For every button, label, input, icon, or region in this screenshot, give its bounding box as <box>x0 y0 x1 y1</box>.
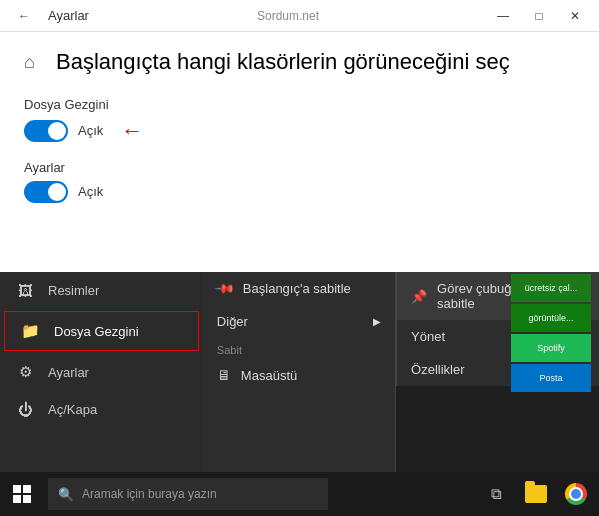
taskbar: 🔍 Aramak için buraya yazın ⧉ <box>0 472 599 516</box>
home-icon[interactable]: ⌂ <box>24 52 44 73</box>
ctx-masaustu[interactable]: 🖥 Masaüstü <box>203 358 395 392</box>
folder-nav-icon: 📁 <box>21 322 40 340</box>
pin-icon: 📌 <box>214 278 236 300</box>
chrome-button[interactable] <box>557 472 595 516</box>
nav-item-resimler[interactable]: 🖼 Resimler <box>0 272 203 309</box>
nav-label-dosya: Dosya Gezgini <box>54 324 139 339</box>
nav-label-ayarlar: Ayarlar <box>48 365 89 380</box>
back-button[interactable]: ← <box>8 2 40 30</box>
toggle1-state: Açık <box>78 123 103 138</box>
ctx-pin-start-label: Başlangıç'a sabitle <box>243 281 351 296</box>
toggle1-switch[interactable] <box>24 120 68 142</box>
start-menu: 🖼 Resimler 📁 Dosya Gezgini ⚙ Ayarlar ⏻ A… <box>0 272 599 472</box>
chrome-icon <box>565 483 587 505</box>
file-explorer-button[interactable] <box>517 472 555 516</box>
ctx-diger[interactable]: Diğer ▶ <box>203 305 395 338</box>
ctx-sabit-label: Sabit <box>203 338 395 358</box>
tiles-area: ücretsiz çal... görüntüle... Spotify Pos… <box>509 272 599 472</box>
toggle2-label: Ayarlar <box>24 160 575 175</box>
window-title: Ayarlar <box>48 8 89 23</box>
pictures-icon: 🖼 <box>16 282 34 299</box>
tile-goruntule[interactable]: görüntüle... <box>511 304 591 332</box>
nav-label-resimler: Resimler <box>48 283 99 298</box>
desktop-icon: 🖥 <box>217 367 231 383</box>
task-view-icon: ⧉ <box>491 485 502 503</box>
folder-taskbar-icon <box>525 485 547 503</box>
red-arrow-indicator: ← <box>121 118 143 144</box>
watermark: Sordum.net <box>89 9 487 23</box>
context-menu: 📌 Başlangıç'a sabitle Diğer ▶ Sabit 🖥 Ma… <box>203 272 396 472</box>
settings-nav-icon: ⚙ <box>16 363 34 381</box>
toggle2-row: Açık <box>24 181 575 203</box>
page-title: Başlangıçta hangi klasörlerin görüneceği… <box>56 48 575 77</box>
nav-item-dosya[interactable]: 📁 Dosya Gezgini <box>4 311 199 351</box>
chevron-right-icon: ▶ <box>373 316 381 327</box>
taskbar-icons: ⧉ <box>477 472 599 516</box>
windows-logo-icon <box>13 485 31 503</box>
power-nav-icon: ⏻ <box>16 401 34 418</box>
nav-item-ayarlar[interactable]: ⚙ Ayarlar <box>0 353 203 391</box>
tile-ucretsiz[interactable]: ücretsiz çal... <box>511 274 591 302</box>
window-controls: — □ ✕ <box>487 2 591 30</box>
ctx-pin-start[interactable]: 📌 Başlangıç'a sabitle <box>203 272 395 305</box>
nav-item-ac-kapa[interactable]: ⏻ Aç/Kapa <box>0 391 203 428</box>
search-placeholder-text: Aramak için buraya yazın <box>82 487 217 501</box>
ctx-masaustu-label: Masaüstü <box>241 368 297 383</box>
toggle1-label: Dosya Gezgini <box>24 97 575 112</box>
ctx-diger-label: Diğer <box>217 314 248 329</box>
maximize-button[interactable]: □ <box>523 2 555 30</box>
nav-label-ac-kapa: Aç/Kapa <box>48 402 97 417</box>
start-button[interactable] <box>0 472 44 516</box>
sub-ctx-ozellikler-label: Özellikler <box>411 362 464 377</box>
taskbar-pin-icon: 📌 <box>411 289 427 304</box>
sub-ctx-yonet-label: Yönet <box>411 329 445 344</box>
taskbar-search-box[interactable]: 🔍 Aramak için buraya yazın <box>48 478 328 510</box>
task-view-button[interactable]: ⧉ <box>477 472 515 516</box>
toggle2-state: Açık <box>78 184 103 199</box>
tile-spotify[interactable]: Spotify <box>511 334 591 362</box>
title-bar: ← Ayarlar Sordum.net — □ ✕ <box>0 0 599 32</box>
toggle1-row: Açık ← <box>24 118 575 144</box>
start-nav: 🖼 Resimler 📁 Dosya Gezgini ⚙ Ayarlar ⏻ A… <box>0 272 203 472</box>
search-icon: 🔍 <box>58 487 74 502</box>
close-button[interactable]: ✕ <box>559 2 591 30</box>
settings-panel: ⌂ Başlangıçta hangi klasörlerin görünece… <box>0 32 599 272</box>
toggle-section: Dosya Gezgini Açık ← Ayarlar Açık <box>24 97 575 203</box>
tile-posta[interactable]: Posta <box>511 364 591 392</box>
minimize-button[interactable]: — <box>487 2 519 30</box>
toggle2-switch[interactable] <box>24 181 68 203</box>
